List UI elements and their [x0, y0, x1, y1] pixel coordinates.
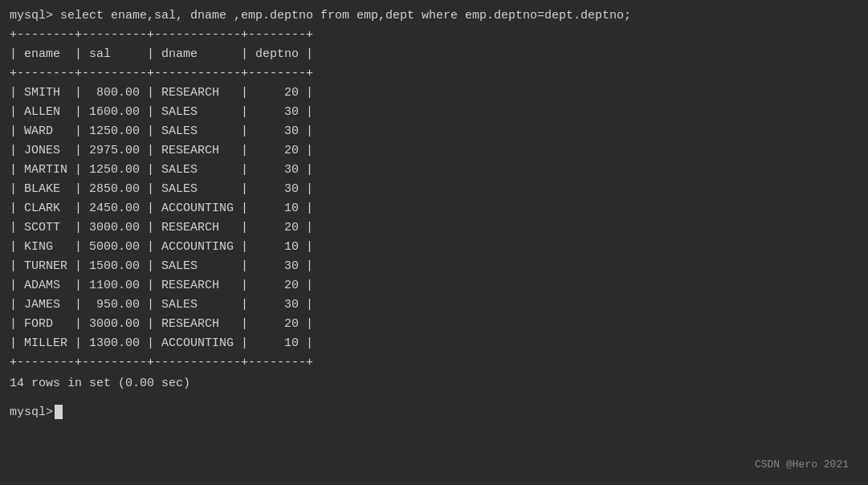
table-row: | FORD | 3000.00 | RESEARCH | 20 | — [10, 315, 858, 334]
row-count: 14 rows in set (0.00 sec) — [10, 374, 858, 393]
table-row: | CLARK | 2450.00 | ACCOUNTING | 10 | — [10, 199, 858, 218]
table-border-bot: +--------+---------+------------+-------… — [10, 353, 858, 373]
watermark: CSDN @Hero 2021 — [755, 459, 849, 471]
table-row: | TURNER | 1500.00 | SALES | 30 | — [10, 257, 858, 276]
table-row: | BLAKE | 2850.00 | SALES | 30 | — [10, 180, 858, 199]
terminal-window: mysql> select ename,sal, dname ,emp.dept… — [10, 6, 858, 479]
table-row: | KING | 5000.00 | ACCOUNTING | 10 | — [10, 238, 858, 257]
table-row: | JAMES | 950.00 | SALES | 30 | — [10, 295, 858, 315]
table-row: | WARD | 1250.00 | SALES | 30 | — [10, 122, 858, 141]
table-row: | ALLEN | 1600.00 | SALES | 30 | — [10, 103, 858, 122]
table-row: | SMITH | 800.00 | RESEARCH | 20 | — [10, 84, 858, 103]
table-row: | JONES | 2975.00 | RESEARCH | 20 | — [10, 141, 858, 161]
table-border-mid: +--------+---------+------------+-------… — [10, 64, 858, 84]
table-row: | MILLER | 1300.00 | ACCOUNTING | 10 | — [10, 334, 858, 353]
table-header: | ename | sal | dname | deptno | — [10, 45, 858, 64]
bottom-prompt-line[interactable]: mysql> — [10, 405, 858, 419]
table-row: | MARTIN | 1250.00 | SALES | 30 | — [10, 161, 858, 180]
table-rows: | SMITH | 800.00 | RESEARCH | 20 || ALLE… — [10, 84, 858, 353]
table-row: | SCOTT | 3000.00 | RESEARCH | 20 | — [10, 218, 858, 238]
sql-command: mysql> select ename,sal, dname ,emp.dept… — [10, 6, 858, 26]
prompt-label: mysql> — [10, 406, 53, 419]
table-border-top: +--------+---------+------------+-------… — [10, 26, 858, 45]
table-row: | ADAMS | 1100.00 | RESEARCH | 20 | — [10, 276, 858, 295]
cursor-blink — [55, 405, 63, 419]
